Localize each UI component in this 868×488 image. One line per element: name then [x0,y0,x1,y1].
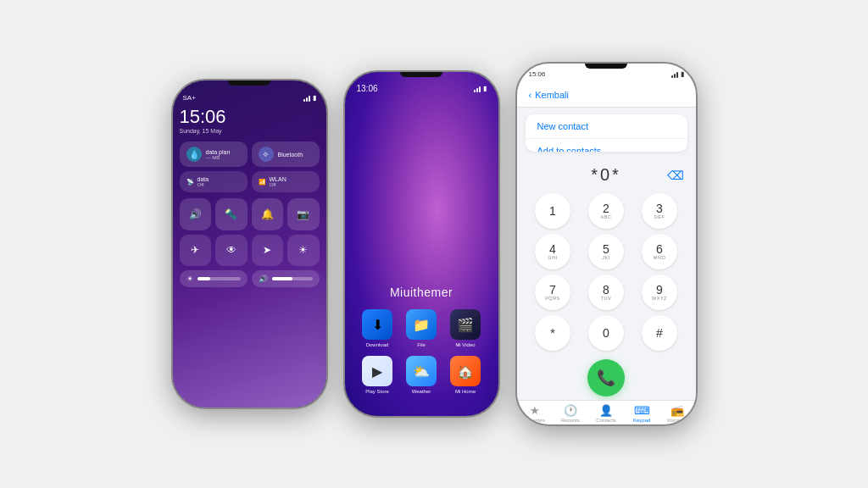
playstore-icon: ▶ [362,356,392,386]
bell-button[interactable]: 🔔 [252,198,284,230]
bluetooth-tile[interactable]: ⟡ Bluetooth [252,141,320,167]
carrier-label: SA+ [183,94,196,102]
key-hash[interactable]: # [642,315,677,351]
tab-favorites[interactable]: ★ Favorites [517,404,553,423]
phone-1-control-center: SA+ ▮ 15:06 Sunday, 15 May 💧 data plan —… [171,79,328,409]
mivideo-label: Mi Video [455,342,475,347]
call-button[interactable]: 📞 [587,359,625,396]
key-3[interactable]: 3 DEF [642,193,677,229]
tab-recents[interactable]: 🕐 Recents [553,404,588,423]
key-4[interactable]: 4 GHI [535,234,570,269]
mihome-icon: 🏠 [450,356,481,386]
home-label: Miuithemer [350,286,493,299]
weather-app[interactable]: ⛅ Weather [406,356,437,394]
mihome-label: Mi Home [455,389,476,394]
control-center-screen: SA+ ▮ 15:06 Sunday, 15 May 💧 data plan —… [173,80,326,408]
back-label: Kembali [535,90,569,100]
mobile-data-tile[interactable]: 📡 data Off [180,171,248,192]
call-button-row: 📞 [517,354,696,400]
mobile-data-label: data Off [198,176,209,187]
app-row-1: ⬇ Download 📁 File 🎬 Mi Video [359,309,485,347]
volume-slider[interactable]: 🔊 [252,270,320,287]
playstore-app[interactable]: ▶ Play Store [362,356,392,394]
home-status-bar: 13:06 ▮ [350,79,493,93]
clock-date: Sunday, 15 May [180,128,320,134]
home-time: 13:06 [357,84,378,93]
key-9[interactable]: 9 WXYZ [642,274,677,310]
brightness-button[interactable]: ☀ [287,235,320,267]
favorites-label: Favorites [524,418,545,423]
bluetooth-label: Bluetooth [278,152,303,158]
status-bar: SA+ ▮ [180,89,320,103]
mivideo-icon: 🎬 [450,309,481,340]
recents-label: Recents [561,418,580,423]
volume-track [272,277,313,280]
context-menu: New contact Add to contacts Send message [526,114,687,152]
data-icon: 💧 [186,147,202,162]
key-8[interactable]: 8 TUV [588,274,624,310]
mihome-app[interactable]: 🏠 Mi Home [450,356,481,394]
dialer-time: 15:06 [529,70,546,78]
back-button[interactable]: ‹ Kembali [529,90,684,100]
dialer-status-bar: 15:06 ▮ [517,64,696,80]
wlan-tile[interactable]: 📶 WLAN Off [252,171,320,192]
keypad-icon: ⌨ [634,404,650,417]
weather-label: Weather [412,389,431,394]
mivideo-app[interactable]: 🎬 Mi Video [450,309,481,347]
brightness-track [198,277,241,280]
weather-icon: ⛅ [406,356,437,386]
file-app[interactable]: 📁 File [406,309,437,347]
add-to-contacts-item[interactable]: Add to contacts [526,139,687,152]
keypad: 1 2 ABC 3 DEF 4 GHI 5 JKI 6 MNO [517,190,696,354]
home-status-icons: ▮ [474,84,487,93]
slider-row: ☀ 🔊 [180,270,320,287]
icon-buttons: 🔊 🔦 🔔 📷 [180,198,320,230]
tab-voicemail[interactable]: 📻 Voicemail [659,404,695,423]
brightness-fill [198,277,210,280]
dialer-input-row: *0* ⌫ [517,158,696,188]
voicemail-icon: 📻 [670,404,684,417]
phone-2-homescreen: 13:06 ▮ Miuithemer ⬇ Download 📁 File [343,70,500,418]
dialer-screen: 15:06 ▮ ‹ Kembali New contact Add to con… [517,64,696,424]
key-7[interactable]: 7 PQRS [535,274,570,310]
camera-button[interactable]: 📷 [287,198,320,230]
download-app[interactable]: ⬇ Download [362,309,392,347]
dialer-status-icons: ▮ [671,70,684,78]
data-label: data plan — MB [206,149,231,160]
key-star[interactable]: * [535,315,570,351]
download-icon: ⬇ [362,309,392,340]
battery-icon: ▮ [313,94,316,102]
recents-icon: 🕐 [564,404,577,417]
volume-fill [272,277,292,280]
key-0[interactable]: 0 [588,315,624,351]
app-row-2: ▶ Play Store ⛅ Weather 🏠 Mi Home [359,356,485,394]
key-2[interactable]: 2 ABC [588,193,624,229]
eye-button[interactable]: 👁 [215,235,248,267]
backspace-button[interactable]: ⌫ [667,169,684,182]
key-5[interactable]: 5 JKI [588,234,624,269]
key-6[interactable]: 6 MNO [642,234,677,269]
clock-time: 15:06 [180,108,320,126]
location-button[interactable]: ➤ [252,235,284,267]
key-1[interactable]: 1 [535,193,570,229]
data-tile[interactable]: 💧 data plan — MB [180,141,248,167]
contacts-label: Contacts [596,418,616,423]
bottom-icon-buttons: ✈ 👁 ➤ ☀ [180,235,320,267]
dialer-display: *0* [553,165,660,185]
tab-contacts[interactable]: 👤 Contacts [588,404,624,423]
sound-button[interactable]: 🔊 [180,198,212,230]
mobile-data-icon: 📡 [186,179,194,186]
time-block: 15:06 Sunday, 15 May [180,108,320,134]
contacts-icon: 👤 [599,404,613,417]
status-icons: ▮ [303,94,316,102]
favorites-icon: ★ [530,404,540,417]
dialer-header: ‹ Kembali [517,80,696,108]
airplane-button[interactable]: ✈ [180,235,212,267]
volume-icon: 🔊 [259,274,268,283]
new-contact-item[interactable]: New contact [526,114,687,139]
torch-button[interactable]: 🔦 [215,198,248,230]
top-tiles: 💧 data plan — MB ⟡ Bluetooth [180,141,320,167]
tab-bar: ★ Favorites 🕐 Recents 👤 Contacts ⌨ Keypa… [517,400,696,424]
tab-keypad[interactable]: ⌨ Keypad [624,404,659,423]
brightness-slider[interactable]: ☀ [180,270,248,287]
